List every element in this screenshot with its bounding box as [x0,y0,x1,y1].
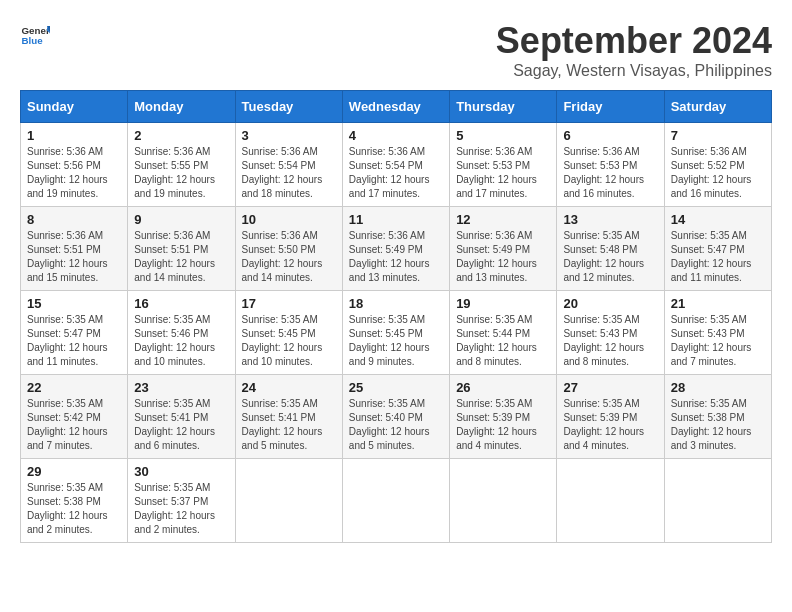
day-detail: Sunrise: 5:35 AM Sunset: 5:46 PM Dayligh… [134,313,228,369]
day-cell: 9Sunrise: 5:36 AM Sunset: 5:51 PM Daylig… [128,207,235,291]
day-detail: Sunrise: 5:35 AM Sunset: 5:43 PM Dayligh… [671,313,765,369]
day-cell: 22Sunrise: 5:35 AM Sunset: 5:42 PM Dayli… [21,375,128,459]
col-tuesday: Tuesday [235,91,342,123]
col-saturday: Saturday [664,91,771,123]
day-number: 11 [349,212,443,227]
day-cell: 12Sunrise: 5:36 AM Sunset: 5:49 PM Dayli… [450,207,557,291]
logo-icon: General Blue [20,20,50,50]
day-number: 26 [456,380,550,395]
day-cell: 1Sunrise: 5:36 AM Sunset: 5:56 PM Daylig… [21,123,128,207]
day-number: 27 [563,380,657,395]
title-area: September 2024 Sagay, Western Visayas, P… [496,20,772,80]
day-cell: 18Sunrise: 5:35 AM Sunset: 5:45 PM Dayli… [342,291,449,375]
day-number: 22 [27,380,121,395]
day-cell: 21Sunrise: 5:35 AM Sunset: 5:43 PM Dayli… [664,291,771,375]
day-cell [664,459,771,543]
day-cell: 30Sunrise: 5:35 AM Sunset: 5:37 PM Dayli… [128,459,235,543]
day-number: 25 [349,380,443,395]
day-number: 19 [456,296,550,311]
day-cell [450,459,557,543]
day-cell: 6Sunrise: 5:36 AM Sunset: 5:53 PM Daylig… [557,123,664,207]
day-cell: 19Sunrise: 5:35 AM Sunset: 5:44 PM Dayli… [450,291,557,375]
calendar-header: Sunday Monday Tuesday Wednesday Thursday… [21,91,772,123]
day-detail: Sunrise: 5:36 AM Sunset: 5:53 PM Dayligh… [456,145,550,201]
day-cell: 16Sunrise: 5:35 AM Sunset: 5:46 PM Dayli… [128,291,235,375]
day-number: 15 [27,296,121,311]
day-cell: 10Sunrise: 5:36 AM Sunset: 5:50 PM Dayli… [235,207,342,291]
day-cell: 14Sunrise: 5:35 AM Sunset: 5:47 PM Dayli… [664,207,771,291]
day-cell: 24Sunrise: 5:35 AM Sunset: 5:41 PM Dayli… [235,375,342,459]
svg-text:General: General [22,25,51,36]
day-number: 5 [456,128,550,143]
day-number: 10 [242,212,336,227]
day-detail: Sunrise: 5:35 AM Sunset: 5:37 PM Dayligh… [134,481,228,537]
col-monday: Monday [128,91,235,123]
day-detail: Sunrise: 5:36 AM Sunset: 5:49 PM Dayligh… [456,229,550,285]
day-cell [235,459,342,543]
day-detail: Sunrise: 5:36 AM Sunset: 5:54 PM Dayligh… [349,145,443,201]
day-detail: Sunrise: 5:36 AM Sunset: 5:50 PM Dayligh… [242,229,336,285]
week-row-1: 1Sunrise: 5:36 AM Sunset: 5:56 PM Daylig… [21,123,772,207]
day-detail: Sunrise: 5:36 AM Sunset: 5:52 PM Dayligh… [671,145,765,201]
week-row-5: 29Sunrise: 5:35 AM Sunset: 5:38 PM Dayli… [21,459,772,543]
day-number: 24 [242,380,336,395]
day-cell [557,459,664,543]
day-cell: 27Sunrise: 5:35 AM Sunset: 5:39 PM Dayli… [557,375,664,459]
logo: General Blue [20,20,50,50]
day-detail: Sunrise: 5:35 AM Sunset: 5:45 PM Dayligh… [242,313,336,369]
day-detail: Sunrise: 5:35 AM Sunset: 5:41 PM Dayligh… [242,397,336,453]
day-number: 28 [671,380,765,395]
day-cell: 29Sunrise: 5:35 AM Sunset: 5:38 PM Dayli… [21,459,128,543]
day-detail: Sunrise: 5:35 AM Sunset: 5:42 PM Dayligh… [27,397,121,453]
header-row: Sunday Monday Tuesday Wednesday Thursday… [21,91,772,123]
day-cell: 5Sunrise: 5:36 AM Sunset: 5:53 PM Daylig… [450,123,557,207]
col-wednesday: Wednesday [342,91,449,123]
day-number: 2 [134,128,228,143]
day-cell: 23Sunrise: 5:35 AM Sunset: 5:41 PM Dayli… [128,375,235,459]
day-detail: Sunrise: 5:36 AM Sunset: 5:53 PM Dayligh… [563,145,657,201]
week-row-2: 8Sunrise: 5:36 AM Sunset: 5:51 PM Daylig… [21,207,772,291]
day-cell [342,459,449,543]
day-cell: 28Sunrise: 5:35 AM Sunset: 5:38 PM Dayli… [664,375,771,459]
day-detail: Sunrise: 5:36 AM Sunset: 5:51 PM Dayligh… [27,229,121,285]
day-cell: 11Sunrise: 5:36 AM Sunset: 5:49 PM Dayli… [342,207,449,291]
day-number: 12 [456,212,550,227]
day-detail: Sunrise: 5:35 AM Sunset: 5:39 PM Dayligh… [563,397,657,453]
day-detail: Sunrise: 5:35 AM Sunset: 5:40 PM Dayligh… [349,397,443,453]
day-number: 13 [563,212,657,227]
day-cell: 17Sunrise: 5:35 AM Sunset: 5:45 PM Dayli… [235,291,342,375]
week-row-3: 15Sunrise: 5:35 AM Sunset: 5:47 PM Dayli… [21,291,772,375]
day-detail: Sunrise: 5:35 AM Sunset: 5:41 PM Dayligh… [134,397,228,453]
day-detail: Sunrise: 5:36 AM Sunset: 5:54 PM Dayligh… [242,145,336,201]
day-number: 21 [671,296,765,311]
day-detail: Sunrise: 5:36 AM Sunset: 5:56 PM Dayligh… [27,145,121,201]
day-number: 18 [349,296,443,311]
day-detail: Sunrise: 5:35 AM Sunset: 5:45 PM Dayligh… [349,313,443,369]
day-detail: Sunrise: 5:36 AM Sunset: 5:49 PM Dayligh… [349,229,443,285]
day-detail: Sunrise: 5:35 AM Sunset: 5:38 PM Dayligh… [671,397,765,453]
month-title: September 2024 [496,20,772,62]
day-number: 16 [134,296,228,311]
day-cell: 25Sunrise: 5:35 AM Sunset: 5:40 PM Dayli… [342,375,449,459]
day-detail: Sunrise: 5:35 AM Sunset: 5:44 PM Dayligh… [456,313,550,369]
day-cell: 4Sunrise: 5:36 AM Sunset: 5:54 PM Daylig… [342,123,449,207]
col-thursday: Thursday [450,91,557,123]
day-cell: 20Sunrise: 5:35 AM Sunset: 5:43 PM Dayli… [557,291,664,375]
day-cell: 13Sunrise: 5:35 AM Sunset: 5:48 PM Dayli… [557,207,664,291]
svg-text:Blue: Blue [22,35,44,46]
day-cell: 3Sunrise: 5:36 AM Sunset: 5:54 PM Daylig… [235,123,342,207]
day-detail: Sunrise: 5:35 AM Sunset: 5:38 PM Dayligh… [27,481,121,537]
day-number: 30 [134,464,228,479]
week-row-4: 22Sunrise: 5:35 AM Sunset: 5:42 PM Dayli… [21,375,772,459]
calendar-body: 1Sunrise: 5:36 AM Sunset: 5:56 PM Daylig… [21,123,772,543]
day-number: 23 [134,380,228,395]
day-number: 4 [349,128,443,143]
day-detail: Sunrise: 5:36 AM Sunset: 5:51 PM Dayligh… [134,229,228,285]
day-number: 9 [134,212,228,227]
day-number: 7 [671,128,765,143]
day-cell: 7Sunrise: 5:36 AM Sunset: 5:52 PM Daylig… [664,123,771,207]
day-detail: Sunrise: 5:35 AM Sunset: 5:47 PM Dayligh… [27,313,121,369]
day-detail: Sunrise: 5:35 AM Sunset: 5:43 PM Dayligh… [563,313,657,369]
day-number: 1 [27,128,121,143]
day-number: 17 [242,296,336,311]
